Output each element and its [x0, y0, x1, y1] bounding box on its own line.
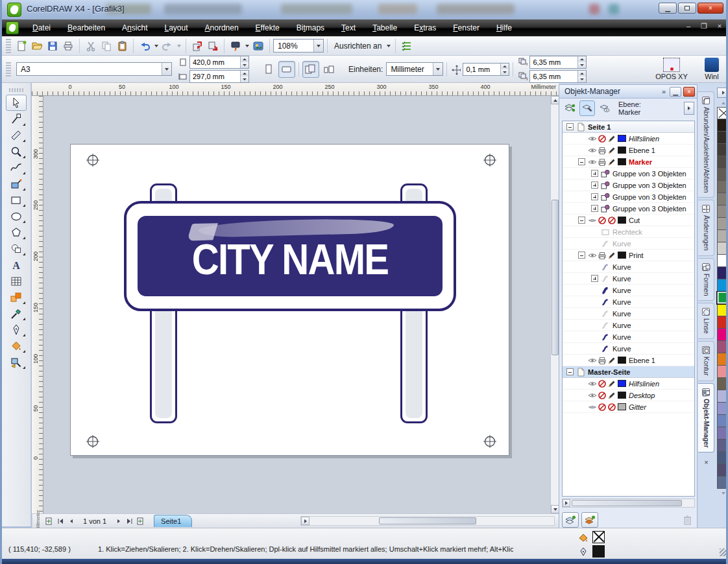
- zoom-tool[interactable]: [6, 143, 27, 159]
- edit-toggle[interactable]: [607, 379, 616, 388]
- visibility-toggle[interactable]: [587, 391, 597, 400]
- tree-row-label[interactable]: Gruppe von 3 Objekten: [613, 205, 686, 213]
- outline-pen-tool[interactable]: [6, 322, 27, 338]
- palette-color-e3007b[interactable]: [717, 329, 728, 341]
- palette-color-736c62[interactable]: [717, 181, 728, 193]
- redo-dropdown[interactable]: [175, 38, 182, 54]
- palette-color-e17a1b[interactable]: [717, 353, 728, 366]
- last-page-button[interactable]: [124, 515, 135, 527]
- vscroll-thumb[interactable]: [552, 200, 559, 355]
- tree-row-label[interactable]: Hilfslinien: [629, 380, 659, 388]
- expander-plus[interactable]: [591, 275, 598, 282]
- layer-color-swatch[interactable]: [618, 252, 626, 259]
- add-page-start-button[interactable]: [43, 515, 55, 527]
- tree-row-label[interactable]: Gruppe von 3 Objekten: [613, 193, 686, 201]
- text-tool[interactable]: A: [6, 257, 27, 273]
- paper-height-spinners[interactable]: [240, 71, 249, 82]
- basic-shapes-tool[interactable]: [6, 241, 27, 257]
- tree-row-kurve[interactable]: Kurve: [563, 296, 694, 308]
- duplicate-y-field[interactable]: 6,35 mm: [529, 70, 587, 83]
- canvas-vscrollbar[interactable]: [550, 96, 559, 513]
- rectangle-tool[interactable]: [6, 192, 27, 208]
- menu-ansicht[interactable]: Ansicht: [114, 21, 156, 35]
- doc-minimize-button[interactable]: –: [683, 22, 694, 30]
- layer-color-swatch[interactable]: [618, 147, 626, 154]
- toolbox-grip[interactable]: [9, 88, 23, 92]
- print-toggle[interactable]: [597, 158, 607, 167]
- layer-color-swatch[interactable]: [618, 380, 626, 387]
- ellipse-tool[interactable]: [6, 208, 27, 224]
- print-toggle[interactable]: [597, 391, 607, 400]
- zoom-level-combobox[interactable]: 108%: [273, 39, 324, 53]
- layer-color-swatch[interactable]: [618, 158, 626, 165]
- tree-row-kurve[interactable]: Kurve: [563, 320, 694, 331]
- tree-row-kurve[interactable]: Kurve: [563, 261, 694, 273]
- palette-color-5d6c8d[interactable]: [717, 476, 728, 489]
- resize-grip[interactable]: [720, 548, 727, 556]
- tree-row-gitter[interactable]: Gitter: [563, 401, 694, 413]
- tree-row-desktop[interactable]: Desktop: [563, 390, 694, 401]
- copy-button[interactable]: [99, 38, 114, 54]
- docker-close-button[interactable]: ×: [683, 87, 695, 97]
- fill-color-swatch[interactable]: [592, 531, 605, 543]
- visibility-toggle[interactable]: [587, 356, 597, 365]
- palette-color-6e83bb[interactable]: [717, 415, 728, 427]
- save-button[interactable]: [45, 38, 60, 54]
- layer-color-swatch[interactable]: [618, 217, 626, 224]
- tree-row-label[interactable]: Rechteck: [613, 228, 642, 236]
- sign-board[interactable]: CITY NAME: [124, 201, 456, 311]
- visibility-toggle[interactable]: [587, 403, 597, 412]
- palette-color-f9ed00[interactable]: [717, 304, 728, 316]
- tree-row-kurve[interactable]: Kurve: [563, 308, 694, 320]
- palette-color-0e93d8[interactable]: [717, 279, 728, 292]
- zoom-dropdown-arrow[interactable]: [313, 40, 323, 52]
- layer-color-swatch[interactable]: [618, 135, 626, 142]
- sign-panel[interactable]: CITY NAME: [138, 216, 443, 296]
- palette-color-332d26[interactable]: [717, 132, 728, 144]
- tree-row-label[interactable]: Kurve: [613, 287, 631, 294]
- menu-tabelle[interactable]: Tabelle: [364, 21, 406, 35]
- maximize-button[interactable]: [678, 3, 696, 14]
- tree-row-label[interactable]: Hilfslinien: [629, 135, 659, 143]
- edit-toggle[interactable]: [607, 356, 616, 365]
- visibility-toggle[interactable]: [587, 134, 597, 143]
- print-toggle[interactable]: [597, 216, 607, 225]
- undo-button[interactable]: [137, 38, 152, 54]
- tree-row-label[interactable]: Desktop: [629, 392, 655, 399]
- nudge-field[interactable]: 0,1 mm: [463, 63, 509, 76]
- palette-color-938c84[interactable]: [717, 206, 728, 218]
- canvas-hscrollbar[interactable]: [300, 516, 555, 526]
- expander-plus[interactable]: [591, 182, 598, 189]
- units-combobox[interactable]: Millimeter: [386, 62, 443, 76]
- winlase-button[interactable]: Winl: [699, 57, 725, 80]
- palette-color-none[interactable]: [717, 107, 728, 119]
- palette-color-b5afa9[interactable]: [717, 230, 728, 242]
- expander-plus[interactable]: [591, 193, 598, 200]
- menu-effekte[interactable]: Effekte: [247, 21, 288, 35]
- print-toggle[interactable]: [597, 251, 607, 260]
- palette-color-6b5f51[interactable]: [717, 378, 728, 390]
- paper-width-spinners[interactable]: [240, 56, 249, 68]
- palette-color-9d5075[interactable]: [717, 341, 728, 353]
- docker-tab-änderungen[interactable]: Änderungen: [698, 200, 714, 256]
- expander-minus[interactable]: [566, 368, 574, 375]
- visibility-toggle[interactable]: [587, 216, 597, 225]
- open-button[interactable]: [29, 38, 45, 54]
- new-document-button[interactable]: [14, 38, 29, 54]
- palette-color-423c35[interactable]: [717, 144, 728, 156]
- palette-color-d02b1c[interactable]: [717, 316, 728, 329]
- menu-text[interactable]: Text: [333, 21, 364, 35]
- tree-hscrollbar[interactable]: [562, 499, 695, 508]
- menu-bearbeiten[interactable]: Bearbeiten: [59, 21, 114, 35]
- expander-minus[interactable]: [566, 123, 574, 130]
- next-page-button[interactable]: [113, 515, 124, 527]
- close-button[interactable]: ×: [698, 3, 723, 14]
- portrait-button[interactable]: [260, 61, 277, 78]
- layer-color-swatch[interactable]: [618, 403, 626, 410]
- palette-color-837c73[interactable]: [717, 193, 728, 206]
- paper-width-field[interactable]: 420,0 mm: [189, 56, 249, 69]
- freehand-tool[interactable]: [6, 159, 27, 176]
- tree-row-gruppe-von-3-objekten[interactable]: Gruppe von 3 Objekten: [563, 191, 694, 203]
- tree-row-label[interactable]: Print: [629, 252, 644, 259]
- tree-row-kurve[interactable]: Kurve: [563, 273, 694, 285]
